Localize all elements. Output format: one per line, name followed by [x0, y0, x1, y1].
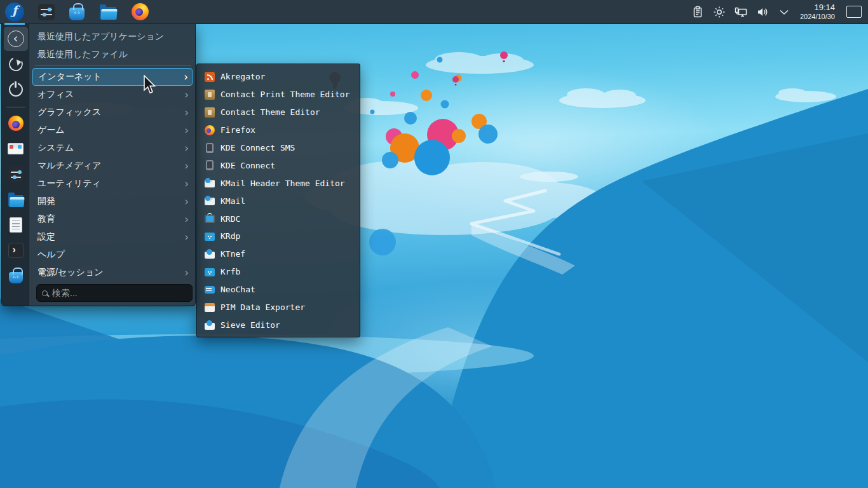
kmail-icon	[205, 180, 215, 187]
menu-separator	[35, 65, 191, 66]
submenu-item-neochat[interactable]: NeoChat	[197, 281, 360, 299]
submenu-item-kde-connect[interactable]: KDE Connect	[197, 156, 360, 174]
chevron-right-icon: ›	[184, 143, 189, 154]
power-icon	[9, 83, 23, 97]
restart-icon	[6, 55, 24, 73]
contact-theme-icon	[205, 90, 215, 100]
firefox-icon	[205, 125, 215, 135]
brightness-tray-button[interactable]	[711, 3, 728, 21]
submenu-item-akregator[interactable]: Akregator	[197, 68, 360, 86]
chevron-right-icon: ›	[184, 214, 189, 225]
discover-icon	[69, 8, 85, 20]
chevron-right-icon: ›	[184, 268, 189, 278]
recent-applications-item[interactable]: 最近使用したアプリケーション	[30, 28, 195, 46]
submenu-item-kmail[interactable]: KMail	[197, 192, 360, 210]
screen-share-icon	[205, 268, 215, 276]
submenu-item-krfb[interactable]: Krfb	[197, 263, 360, 281]
firefox-launcher[interactable]	[130, 3, 150, 21]
taskbar-launchers	[0, 2, 150, 22]
akregator-icon	[205, 72, 215, 82]
restart-button[interactable]	[4, 52, 28, 76]
back-button[interactable]: ‹	[4, 27, 28, 51]
category-education[interactable]: 教育›	[30, 210, 195, 228]
mail-attachment-icon	[205, 252, 215, 259]
internet-submenu-popup: Akregator Contact Print Theme Editor Con…	[196, 64, 360, 337]
menu-sidebar: ‹	[2, 24, 30, 306]
category-internet[interactable]: インターネット›	[32, 68, 193, 86]
clipboard-tray-button[interactable]	[689, 3, 706, 21]
category-power-session[interactable]: 電源/セッション›	[30, 264, 195, 281]
favorite-konsole[interactable]	[4, 238, 28, 262]
system-settings-icon	[38, 4, 55, 20]
chevron-right-icon: ›	[184, 232, 189, 243]
chevron-right-icon: ›	[184, 72, 188, 83]
text-editor-icon	[10, 217, 22, 233]
mail-filter-icon	[205, 323, 215, 330]
favorite-discover[interactable]	[4, 264, 28, 288]
submenu-item-contact-print-theme-editor[interactable]: Contact Print Theme Editor	[197, 86, 360, 104]
clock-date: 2024/10/30	[800, 13, 835, 21]
submenu-item-contact-theme-editor[interactable]: Contact Theme Editor	[197, 104, 360, 121]
kmail-icon	[205, 198, 215, 205]
favorite-kate[interactable]	[4, 213, 28, 237]
terminal-icon	[8, 243, 24, 258]
tray-expander-button[interactable]	[776, 3, 792, 21]
network-tray-button[interactable]	[733, 3, 749, 21]
discover-icon	[9, 272, 23, 283]
submenu-item-sieve-editor[interactable]: Sieve Editor	[197, 316, 360, 334]
active-task-indicator	[4, 23, 25, 25]
discover-launcher[interactable]	[67, 3, 86, 21]
contact-theme-icon	[205, 107, 215, 118]
kdeconnect-icon	[206, 160, 214, 170]
category-games[interactable]: ゲーム›	[30, 121, 195, 139]
sidebar-divider	[6, 107, 25, 107]
submenu-item-kde-connect-sms[interactable]: KDE Connect SMS	[197, 139, 360, 157]
category-utilities[interactable]: ユーティリティ›	[30, 175, 195, 193]
chat-icon	[205, 286, 215, 294]
chevron-right-icon: ›	[184, 90, 189, 100]
virtual-desktop-pager[interactable]	[846, 6, 862, 18]
favorite-kmail[interactable]	[4, 137, 28, 161]
category-system[interactable]: システム›	[30, 139, 195, 157]
krdc-icon	[205, 215, 215, 223]
digital-clock[interactable]: 19:14 2024/10/30	[797, 3, 837, 21]
favorite-system-settings[interactable]	[4, 162, 28, 186]
dolphin-launcher[interactable]	[98, 3, 118, 21]
folder-icon	[100, 7, 116, 19]
category-graphics[interactable]: グラフィックス›	[30, 104, 195, 121]
category-help[interactable]: ヘルプ	[30, 246, 195, 264]
search-icon	[42, 290, 48, 296]
submenu-item-firefox[interactable]: Firefox	[197, 121, 360, 139]
chevron-right-icon: ›	[184, 125, 189, 136]
top-panel: 19:14 2024/10/30	[0, 0, 868, 24]
chevron-right-icon: ›	[184, 196, 189, 207]
submenu-item-krdc[interactable]: KRDC	[197, 210, 360, 227]
recent-files-item[interactable]: 最近使用したファイル	[30, 46, 195, 64]
volume-tray-button[interactable]	[754, 3, 771, 21]
category-multimedia[interactable]: マルチメディア›	[30, 157, 195, 175]
chevron-right-icon: ›	[184, 107, 189, 118]
application-launcher-button[interactable]	[5, 2, 25, 22]
category-settings[interactable]: 設定›	[30, 228, 195, 246]
firefox-icon	[8, 116, 24, 131]
favorite-dolphin[interactable]	[4, 187, 28, 212]
system-settings-icon	[8, 166, 24, 182]
submenu-item-krdp[interactable]: KRdp	[197, 227, 360, 245]
category-office[interactable]: オフィス›	[30, 86, 195, 104]
clipboard-icon	[691, 6, 704, 18]
system-settings-launcher[interactable]	[37, 3, 56, 21]
firefox-icon	[132, 3, 149, 20]
fedora-logo-icon	[5, 3, 24, 22]
clock-time: 19:14	[800, 3, 835, 13]
menu-search-box	[36, 284, 193, 302]
submenu-item-kmail-header-theme-editor[interactable]: KMail Header Theme Editor	[197, 174, 360, 192]
brightness-sun-icon	[713, 6, 726, 18]
system-tray: 19:14 2024/10/30	[689, 3, 868, 21]
submenu-item-pim-data-exporter[interactable]: PIM Data Exporter	[197, 299, 360, 316]
search-input[interactable]	[52, 288, 187, 298]
network-icon	[734, 6, 748, 18]
favorite-firefox[interactable]	[4, 111, 28, 135]
category-development[interactable]: 開発›	[30, 193, 195, 210]
submenu-item-ktnef[interactable]: KTnef	[197, 245, 360, 263]
shutdown-button[interactable]	[4, 78, 28, 102]
